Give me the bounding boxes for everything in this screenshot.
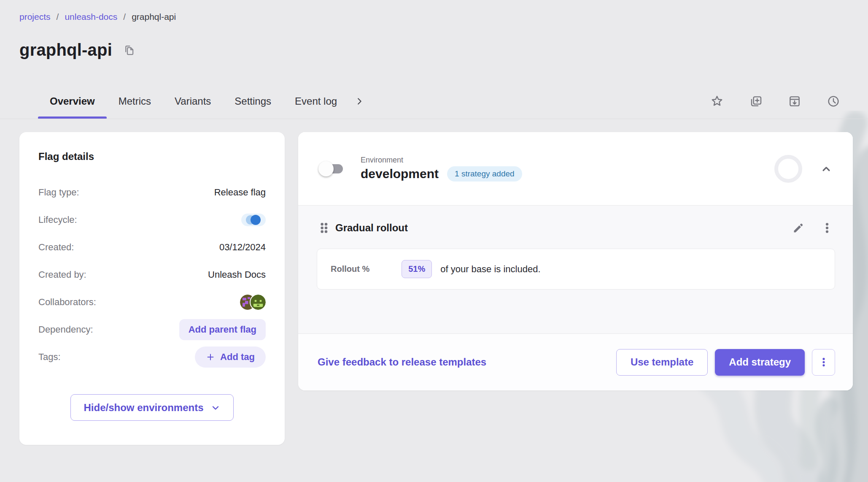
tab-metrics[interactable]: Metrics (107, 84, 163, 119)
kebab-menu-icon (821, 222, 833, 234)
star-icon (710, 95, 724, 108)
environment-header-right (774, 155, 836, 183)
chevron-up-icon (820, 162, 833, 175)
copy-plus-icon (749, 95, 763, 108)
tab-settings[interactable]: Settings (223, 84, 283, 119)
add-parent-flag-button[interactable]: Add parent flag (179, 319, 266, 340)
tabs-divider (0, 119, 868, 119)
tab-variants[interactable]: Variants (163, 84, 223, 119)
strategy-section: Gradual rollout Rollout % 51% of (298, 205, 853, 334)
rollout-summary-card: Rollout % 51% of your base is included. (317, 249, 835, 290)
strategy-title: Gradual rollout (335, 222, 408, 234)
created-row: Created: 03/12/2024 (38, 233, 266, 261)
breadcrumb-current: graphql-api (132, 12, 176, 22)
environment-footer: Give feedback to release templates Use t… (298, 334, 853, 390)
metrics-donut-placeholder (774, 155, 802, 183)
edit-strategy-button[interactable] (790, 220, 806, 236)
avatar (251, 295, 266, 310)
collapse-environment-button[interactable] (818, 161, 834, 177)
tab-overview[interactable]: Overview (38, 84, 107, 119)
strategy-header: Gradual rollout (317, 220, 835, 236)
environment-toggle[interactable] (318, 159, 347, 179)
archive-button[interactable] (786, 93, 803, 110)
copy-icon (123, 44, 136, 57)
lifecycle-live-icon (251, 215, 261, 225)
lifecycle-row: Lifecycle: (38, 206, 266, 233)
page-title: graphql-api (19, 41, 112, 60)
tabs-bar: Overview Metrics Variants Settings Event… (0, 84, 868, 119)
flag-actions (709, 84, 842, 119)
created-label: Created: (38, 242, 74, 253)
environment-text: Environment development 1 strategy added (361, 156, 522, 181)
lifecycle-stage-indicator[interactable] (241, 214, 266, 226)
hide-show-environments-label: Hide/show environments (84, 402, 203, 414)
flag-type-row: Flag type: Release flag (38, 179, 266, 206)
clone-flag-button[interactable] (747, 93, 764, 110)
dependency-row: Dependency: Add parent flag (38, 316, 266, 343)
tabs: Overview Metrics Variants Settings Event… (38, 84, 370, 119)
breadcrumb-project-link[interactable]: unleash-docs (65, 12, 117, 22)
created-by-label: Created by: (38, 269, 86, 280)
tabs-overflow-button[interactable] (349, 84, 370, 119)
footer-actions: Use template Add strategy (616, 349, 835, 376)
tags-label: Tags: (38, 352, 61, 363)
add-strategy-button[interactable]: Add strategy (715, 349, 805, 376)
flag-type-value: Release flag (214, 187, 266, 198)
tags-row: Tags: Add tag (38, 343, 266, 371)
strategy-count-badge: 1 strategy added (447, 166, 522, 181)
breadcrumb-separator: / (123, 12, 126, 22)
created-by-value: Unleash Docs (208, 269, 266, 280)
favorite-button[interactable] (709, 93, 725, 110)
clock-icon (827, 95, 840, 108)
breadcrumb-projects-link[interactable]: projects (19, 12, 51, 22)
created-by-row: Created by: Unleash Docs (38, 261, 266, 288)
add-tag-label: Add tag (220, 352, 255, 363)
archive-icon (788, 95, 801, 108)
pencil-icon (792, 222, 805, 234)
rollout-label: Rollout % (331, 264, 369, 274)
flag-overview-page: projects / unleash-docs / graphql-api gr… (0, 0, 868, 482)
tab-event-log[interactable]: Event log (283, 84, 349, 119)
plus-icon (206, 352, 215, 362)
release-templates-feedback-link[interactable]: Give feedback to release templates (318, 356, 486, 368)
flag-details-card: Flag details Flag type: Release flag Lif… (19, 132, 285, 445)
footer-menu-button[interactable] (812, 349, 835, 376)
breadcrumb: projects / unleash-docs / graphql-api (19, 12, 176, 22)
breadcrumb-separator: / (57, 12, 59, 22)
chevron-right-icon (355, 97, 364, 106)
environment-label: Environment (361, 156, 522, 165)
chevron-down-icon (210, 403, 221, 413)
hide-show-environments-button[interactable]: Hide/show environments (70, 394, 233, 421)
copy-name-button[interactable] (121, 42, 137, 58)
toggle-thumb (318, 161, 334, 176)
kebab-menu-icon (818, 357, 829, 368)
created-value: 03/12/2024 (219, 242, 266, 253)
rollout-percentage-chip: 51% (402, 260, 432, 278)
environment-header: Environment development 1 strategy added (298, 132, 853, 205)
add-tag-button[interactable]: Add tag (195, 347, 266, 368)
lifecycle-label: Lifecycle: (38, 214, 77, 225)
environment-name: development (361, 167, 439, 181)
drag-indicator-icon (318, 222, 329, 234)
environment-card: Environment development 1 strategy added (298, 132, 853, 390)
history-button[interactable] (825, 93, 842, 110)
collaborators-row: Collaborators: (38, 288, 266, 316)
drag-handle[interactable] (317, 220, 331, 236)
strategy-menu-button[interactable] (819, 220, 835, 236)
collaborator-avatars (240, 295, 266, 310)
flag-details-title: Flag details (38, 151, 266, 162)
rollout-description: of your base is included. (440, 264, 540, 275)
title-row: graphql-api (19, 41, 137, 60)
use-template-button[interactable]: Use template (616, 349, 708, 376)
collaborators-label: Collaborators: (38, 297, 96, 308)
dependency-label: Dependency: (38, 324, 93, 335)
flag-type-label: Flag type: (38, 187, 79, 198)
